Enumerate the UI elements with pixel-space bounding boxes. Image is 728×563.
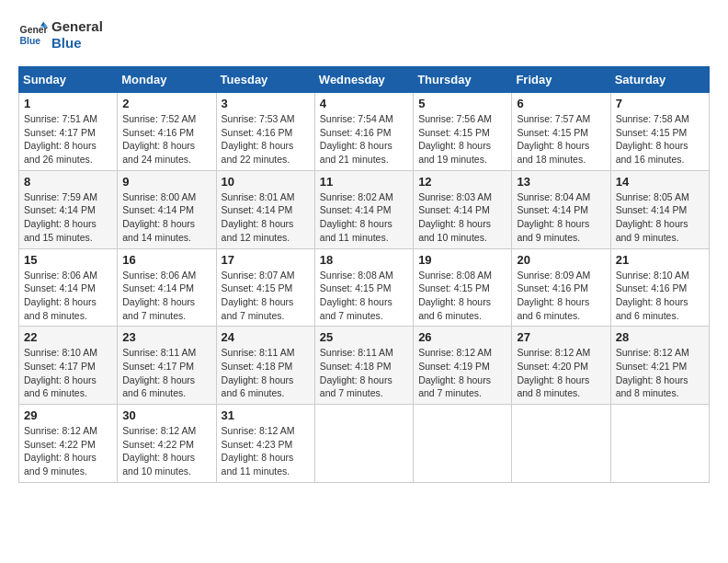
day-info: Sunrise: 8:08 AM Sunset: 4:15 PM Dayligh… xyxy=(320,269,408,323)
calendar-day-cell: 14 Sunrise: 8:05 AM Sunset: 4:14 PM Dayl… xyxy=(610,170,709,248)
day-number: 10 xyxy=(222,175,310,189)
day-number: 5 xyxy=(418,97,506,110)
calendar-day-cell xyxy=(314,405,413,483)
calendar-day-cell: 24 Sunrise: 8:11 AM Sunset: 4:18 PM Dayl… xyxy=(216,327,314,405)
day-number: 13 xyxy=(517,175,605,189)
calendar-week-row: 22 Sunrise: 8:10 AM Sunset: 4:17 PM Dayl… xyxy=(19,327,710,405)
calendar-week-row: 15 Sunrise: 8:06 AM Sunset: 4:14 PM Dayl… xyxy=(19,248,710,327)
day-number: 8 xyxy=(24,175,112,189)
day-info: Sunrise: 8:00 AM Sunset: 4:14 PM Dayligh… xyxy=(122,190,210,245)
calendar-day-cell: 19 Sunrise: 8:08 AM Sunset: 4:15 PM Dayl… xyxy=(414,248,512,327)
day-info: Sunrise: 7:53 AM Sunset: 4:16 PM Dayligh… xyxy=(222,112,310,167)
calendar-day-cell: 6 Sunrise: 7:57 AM Sunset: 4:15 PM Dayli… xyxy=(512,93,610,171)
day-of-week-header: Tuesday xyxy=(216,67,314,93)
day-info: Sunrise: 7:58 AM Sunset: 4:15 PM Dayligh… xyxy=(616,112,704,167)
day-number: 2 xyxy=(122,97,210,110)
calendar-day-cell: 31 Sunrise: 8:12 AM Sunset: 4:23 PM Dayl… xyxy=(216,405,314,483)
day-info: Sunrise: 8:07 AM Sunset: 4:15 PM Dayligh… xyxy=(222,269,310,323)
day-number: 28 xyxy=(616,330,704,344)
day-number: 30 xyxy=(122,408,210,422)
day-info: Sunrise: 8:02 AM Sunset: 4:14 PM Dayligh… xyxy=(320,190,408,245)
calendar-day-cell: 11 Sunrise: 8:02 AM Sunset: 4:14 PM Dayl… xyxy=(314,170,413,248)
logo-icon: General Blue xyxy=(18,20,48,50)
calendar-day-cell: 16 Sunrise: 8:06 AM Sunset: 4:14 PM Dayl… xyxy=(118,248,216,327)
day-info: Sunrise: 8:06 AM Sunset: 4:14 PM Dayligh… xyxy=(24,269,112,323)
day-number: 31 xyxy=(222,408,310,422)
day-of-week-header: Wednesday xyxy=(314,67,413,93)
calendar-day-cell: 22 Sunrise: 8:10 AM Sunset: 4:17 PM Dayl… xyxy=(19,327,118,405)
calendar-day-cell: 5 Sunrise: 7:56 AM Sunset: 4:15 PM Dayli… xyxy=(414,93,512,171)
calendar-day-cell xyxy=(414,405,512,483)
day-number: 12 xyxy=(418,175,506,189)
logo-text: GeneralBlue xyxy=(51,18,103,52)
day-info: Sunrise: 7:52 AM Sunset: 4:16 PM Dayligh… xyxy=(122,112,210,167)
day-of-week-header: Friday xyxy=(512,67,610,93)
calendar-day-cell: 7 Sunrise: 7:58 AM Sunset: 4:15 PM Dayli… xyxy=(610,93,709,171)
day-info: Sunrise: 8:12 AM Sunset: 4:20 PM Dayligh… xyxy=(517,346,605,400)
calendar-day-cell: 1 Sunrise: 7:51 AM Sunset: 4:17 PM Dayli… xyxy=(19,93,118,171)
day-number: 19 xyxy=(418,253,506,267)
page-header: General Blue GeneralBlue xyxy=(18,18,710,52)
day-info: Sunrise: 8:01 AM Sunset: 4:14 PM Dayligh… xyxy=(222,190,310,245)
calendar-day-cell: 15 Sunrise: 8:06 AM Sunset: 4:14 PM Dayl… xyxy=(19,248,118,327)
logo: General Blue GeneralBlue xyxy=(18,18,103,52)
day-of-week-header: Sunday xyxy=(19,67,118,93)
day-info: Sunrise: 8:12 AM Sunset: 4:22 PM Dayligh… xyxy=(122,424,210,478)
day-info: Sunrise: 7:51 AM Sunset: 4:17 PM Dayligh… xyxy=(24,112,112,167)
day-number: 7 xyxy=(616,97,704,110)
calendar-day-cell: 28 Sunrise: 8:12 AM Sunset: 4:21 PM Dayl… xyxy=(610,327,709,405)
calendar-day-cell: 17 Sunrise: 8:07 AM Sunset: 4:15 PM Dayl… xyxy=(216,248,314,327)
calendar-day-cell: 3 Sunrise: 7:53 AM Sunset: 4:16 PM Dayli… xyxy=(216,93,314,171)
day-number: 29 xyxy=(24,408,112,422)
day-info: Sunrise: 8:05 AM Sunset: 4:14 PM Dayligh… xyxy=(616,190,704,245)
day-number: 18 xyxy=(320,253,408,267)
calendar-day-cell: 20 Sunrise: 8:09 AM Sunset: 4:16 PM Dayl… xyxy=(512,248,610,327)
day-number: 11 xyxy=(320,175,408,189)
calendar-day-cell: 25 Sunrise: 8:11 AM Sunset: 4:18 PM Dayl… xyxy=(314,327,413,405)
day-number: 17 xyxy=(222,253,310,267)
calendar-day-cell: 8 Sunrise: 7:59 AM Sunset: 4:14 PM Dayli… xyxy=(19,170,118,248)
day-info: Sunrise: 8:10 AM Sunset: 4:16 PM Dayligh… xyxy=(616,269,704,323)
day-info: Sunrise: 8:08 AM Sunset: 4:15 PM Dayligh… xyxy=(418,269,506,323)
calendar-day-cell: 30 Sunrise: 8:12 AM Sunset: 4:22 PM Dayl… xyxy=(118,405,216,483)
calendar-day-cell: 26 Sunrise: 8:12 AM Sunset: 4:19 PM Dayl… xyxy=(414,327,512,405)
day-info: Sunrise: 8:09 AM Sunset: 4:16 PM Dayligh… xyxy=(517,269,605,323)
day-info: Sunrise: 8:11 AM Sunset: 4:18 PM Dayligh… xyxy=(320,346,408,400)
calendar-day-cell: 21 Sunrise: 8:10 AM Sunset: 4:16 PM Dayl… xyxy=(610,248,709,327)
day-number: 4 xyxy=(320,97,408,110)
day-number: 3 xyxy=(222,97,310,110)
svg-text:Blue: Blue xyxy=(20,36,41,46)
calendar-week-row: 1 Sunrise: 7:51 AM Sunset: 4:17 PM Dayli… xyxy=(19,93,710,171)
calendar-day-cell: 10 Sunrise: 8:01 AM Sunset: 4:14 PM Dayl… xyxy=(216,170,314,248)
calendar-table: SundayMondayTuesdayWednesdayThursdayFrid… xyxy=(18,66,710,483)
day-number: 6 xyxy=(517,97,605,110)
calendar-day-cell: 27 Sunrise: 8:12 AM Sunset: 4:20 PM Dayl… xyxy=(512,327,610,405)
calendar-day-cell: 18 Sunrise: 8:08 AM Sunset: 4:15 PM Dayl… xyxy=(314,248,413,327)
day-info: Sunrise: 8:03 AM Sunset: 4:14 PM Dayligh… xyxy=(418,190,506,245)
day-number: 9 xyxy=(122,175,210,189)
day-number: 15 xyxy=(24,253,112,267)
day-number: 25 xyxy=(320,330,408,344)
calendar-day-cell xyxy=(610,405,709,483)
day-info: Sunrise: 8:11 AM Sunset: 4:18 PM Dayligh… xyxy=(222,346,310,400)
day-number: 16 xyxy=(122,253,210,267)
calendar-day-cell: 13 Sunrise: 8:04 AM Sunset: 4:14 PM Dayl… xyxy=(512,170,610,248)
calendar-header: SundayMondayTuesdayWednesdayThursdayFrid… xyxy=(19,67,710,93)
day-info: Sunrise: 8:12 AM Sunset: 4:19 PM Dayligh… xyxy=(418,346,506,400)
calendar-day-cell: 12 Sunrise: 8:03 AM Sunset: 4:14 PM Dayl… xyxy=(414,170,512,248)
day-info: Sunrise: 8:12 AM Sunset: 4:22 PM Dayligh… xyxy=(24,424,112,478)
day-of-week-header: Saturday xyxy=(610,67,709,93)
day-info: Sunrise: 8:12 AM Sunset: 4:23 PM Dayligh… xyxy=(222,424,310,478)
calendar-day-cell: 4 Sunrise: 7:54 AM Sunset: 4:16 PM Dayli… xyxy=(314,93,413,171)
day-number: 21 xyxy=(616,253,704,267)
day-number: 22 xyxy=(24,330,112,344)
calendar-body: 1 Sunrise: 7:51 AM Sunset: 4:17 PM Dayli… xyxy=(19,93,710,483)
calendar-day-cell xyxy=(512,405,610,483)
day-number: 24 xyxy=(222,330,310,344)
day-info: Sunrise: 8:06 AM Sunset: 4:14 PM Dayligh… xyxy=(122,269,210,323)
day-info: Sunrise: 7:59 AM Sunset: 4:14 PM Dayligh… xyxy=(24,190,112,245)
day-number: 1 xyxy=(24,97,112,110)
calendar-week-row: 8 Sunrise: 7:59 AM Sunset: 4:14 PM Dayli… xyxy=(19,170,710,248)
day-number: 14 xyxy=(616,175,704,189)
calendar-day-cell: 23 Sunrise: 8:11 AM Sunset: 4:17 PM Dayl… xyxy=(118,327,216,405)
